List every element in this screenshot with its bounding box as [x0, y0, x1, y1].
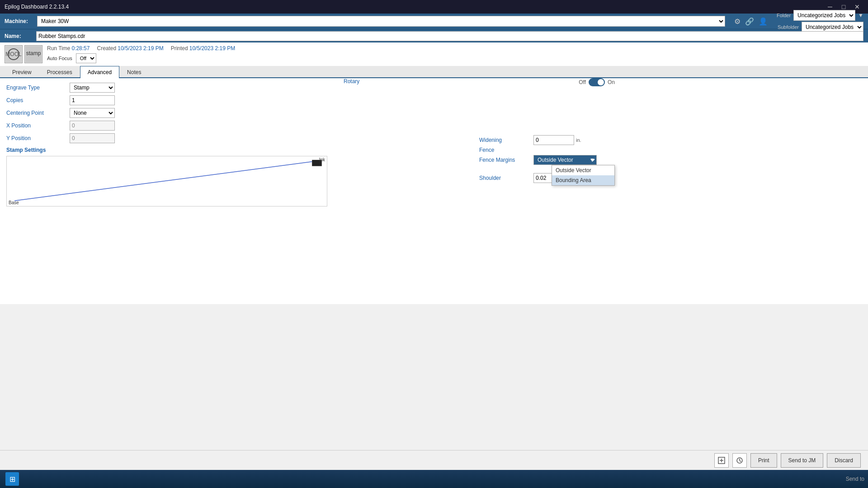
- dropdown-popup: Outside Vector Bounding Area: [552, 165, 615, 186]
- icon-button-1[interactable]: [714, 453, 729, 468]
- shoulder-label: Shoulder: [479, 175, 533, 181]
- run-time-value: 0:28:57: [71, 45, 90, 52]
- tab-notes[interactable]: Notes: [119, 66, 149, 78]
- engrave-type-label: Engrave Type: [6, 84, 70, 91]
- fence-label: Fence: [479, 147, 533, 153]
- namebar: Name:: [0, 29, 868, 42]
- thumbnails: MOOL stamp: [5, 45, 42, 63]
- y-position-input[interactable]: [70, 133, 115, 143]
- subfolder-label: Subfolder: [778, 24, 799, 30]
- dropdown-option-bounding-area[interactable]: Bounding Area: [552, 175, 614, 185]
- autofocus-select[interactable]: Off On: [76, 53, 96, 63]
- folder-select[interactable]: Uncategorized Jobs: [793, 10, 855, 21]
- machine-label: Machine:: [5, 18, 28, 24]
- header-bar: Machine: Maker 30W ⚙ 🔗 👤 Folder Uncatego…: [0, 14, 868, 29]
- widening-label: Widening: [479, 137, 533, 143]
- engrave-type-row: Engrave Type Stamp Normal 3D: [6, 83, 332, 93]
- user-icon[interactable]: 👤: [759, 17, 768, 26]
- tabs: Preview Processes Advanced Notes: [0, 66, 868, 78]
- y-position-row: Y Position: [6, 133, 332, 143]
- copies-input[interactable]: [70, 95, 115, 105]
- toggle-on-label: On: [608, 79, 615, 85]
- centering-point-row: Centering Point None Center Top Left: [6, 108, 332, 118]
- run-info: Run Time 0:28:57 Created 10/5/2023 2:19 …: [47, 45, 235, 52]
- titlebar: Epilog Dashboard 2.2.13.4 ─ □ ✕: [0, 0, 868, 14]
- printed-value: 10/5/2023 2:19 PM: [189, 45, 235, 52]
- thumbnail-1[interactable]: MOOL: [5, 45, 23, 63]
- send-to-jm-button[interactable]: Send to JM: [781, 453, 824, 468]
- y-position-label: Y Position: [6, 135, 70, 141]
- machine-select[interactable]: Maker 30W: [37, 16, 725, 27]
- toggle-knob: [598, 79, 604, 85]
- graph-container: Ink Base: [6, 156, 327, 206]
- svg-line-5: [14, 162, 312, 201]
- info-right: Run Time 0:28:57 Created 10/5/2023 2:19 …: [47, 45, 235, 63]
- engrave-type-select[interactable]: Stamp Normal 3D: [70, 83, 115, 93]
- run-time-item: Run Time 0:28:57: [47, 45, 90, 52]
- copies-row: Copies: [6, 95, 332, 105]
- print-button[interactable]: Print: [750, 453, 777, 468]
- printed-label: Printed: [171, 45, 188, 52]
- x-position-label: X Position: [6, 122, 70, 129]
- icon-button-2[interactable]: [732, 453, 747, 468]
- rotary-toggle[interactable]: [589, 78, 605, 86]
- ink-label: Ink: [319, 157, 325, 162]
- thumbnail-2[interactable]: stamp: [24, 45, 42, 63]
- x-position-row: X Position: [6, 121, 332, 131]
- fence-row: Fence: [479, 147, 615, 153]
- taskbar: ⊞ Send to: [0, 470, 868, 488]
- run-time-label: Run Time: [47, 45, 70, 52]
- titlebar-title: Epilog Dashboard 2.2.13.4: [5, 4, 69, 10]
- created-label: Created: [97, 45, 116, 52]
- stamp-settings-title: Stamp Settings: [6, 147, 332, 153]
- folder-dropdown-icon[interactable]: ▼: [858, 12, 863, 19]
- tab-advanced[interactable]: Advanced: [80, 66, 119, 78]
- autofocus-label: Auto Focus: [47, 56, 72, 61]
- fence-select[interactable]: Outside Vector Bounding Area: [533, 155, 597, 165]
- top-section: MOOL stamp Run Time 0:28:57 Created 10/5…: [0, 42, 868, 66]
- toggle-off-label: Off: [579, 79, 586, 85]
- discard-button[interactable]: Discard: [827, 453, 861, 468]
- centering-point-select[interactable]: None Center Top Left: [70, 108, 115, 118]
- fence-margins-label: Fence Margins: [479, 157, 533, 163]
- svg-text:MOOL: MOOL: [5, 51, 22, 57]
- tab-preview[interactable]: Preview: [5, 66, 39, 78]
- folder-area: Folder Uncategorized Jobs ▼ Subfolder Un…: [777, 10, 863, 33]
- folder-label: Folder: [777, 13, 791, 18]
- autofocus-row: Auto Focus Off On: [47, 53, 235, 63]
- rotary-label: Rotary: [344, 78, 359, 84]
- dropdown-option-outside-vector[interactable]: Outside Vector: [552, 165, 614, 175]
- tab-processes[interactable]: Processes: [39, 66, 80, 78]
- created-value: 10/5/2023 2:19 PM: [118, 45, 163, 52]
- svg-line-12: [740, 460, 741, 462]
- printed-item: Printed 10/5/2023 2:19 PM: [171, 45, 236, 52]
- name-label: Name:: [5, 33, 27, 39]
- centering-point-label: Centering Point: [6, 110, 70, 116]
- created-item: Created 10/5/2023 2:19 PM: [97, 45, 163, 52]
- widening-row: Widening in.: [479, 135, 615, 145]
- main-content: Engrave Type Stamp Normal 3D Copies Cent…: [0, 78, 868, 304]
- widening-unit: in.: [576, 137, 581, 143]
- settings-icon[interactable]: ⚙: [734, 17, 741, 26]
- send-to-label: Send to: [846, 476, 864, 482]
- svg-text:stamp: stamp: [26, 50, 41, 56]
- copies-label: Copies: [6, 97, 70, 103]
- start-button[interactable]: ⊞: [5, 472, 19, 486]
- fence-margins-row: Fence Margins Outside Vector Bounding Ar…: [479, 155, 615, 165]
- name-input[interactable]: [36, 31, 863, 41]
- network-icon[interactable]: 🔗: [745, 17, 754, 26]
- x-position-input[interactable]: [70, 121, 115, 131]
- bottom-bar: Print Send to JM Discard: [0, 450, 868, 470]
- base-label: Base: [9, 200, 19, 205]
- widening-input[interactable]: [533, 135, 574, 145]
